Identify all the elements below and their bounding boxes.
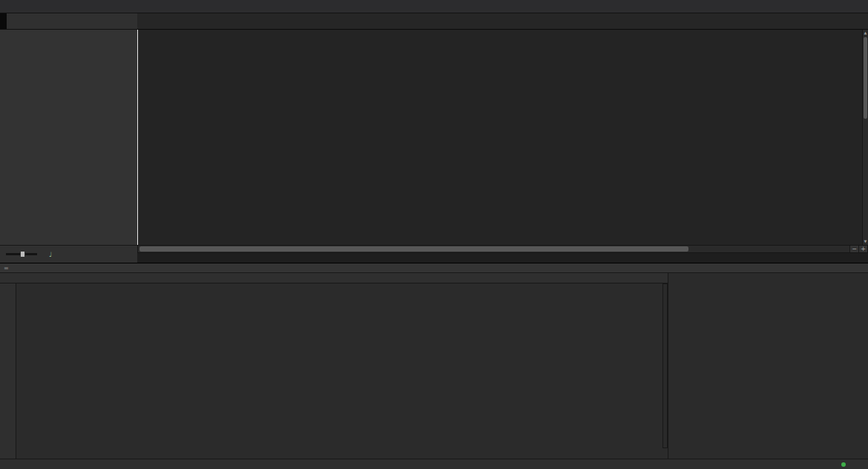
mixer-scrollbar[interactable] xyxy=(662,283,668,448)
mixer-side-toolbar xyxy=(0,283,16,459)
tempo-panel: ♩ xyxy=(0,245,137,263)
timecode-display[interactable] xyxy=(0,13,7,29)
track-header-list xyxy=(0,30,137,245)
main-toolbar xyxy=(0,0,868,13)
vscroll-down-arrow[interactable]: ▼ xyxy=(863,238,868,245)
zoom-in-button[interactable]: + xyxy=(858,246,867,252)
status-bar xyxy=(0,459,868,469)
acid-daw-window: ▲ ▼ − + ♩ ≡ xyxy=(0,0,868,469)
mixing-console-panel: ≡ xyxy=(0,263,868,459)
timeline-hscrollbar[interactable]: − + xyxy=(137,245,868,253)
vscroll-up-arrow[interactable]: ▲ xyxy=(863,30,868,36)
loudness-panel xyxy=(668,273,868,459)
preview-volume-handle[interactable] xyxy=(20,251,25,258)
mixer-collapse-icon[interactable]: ≡ xyxy=(4,265,9,272)
timeline-ruler[interactable] xyxy=(137,13,868,30)
true-peaks-meters xyxy=(838,275,867,459)
timeline-vscrollbar[interactable]: ▲ ▼ xyxy=(862,30,868,245)
time-signature-icon: ♩ xyxy=(49,251,52,258)
vscroll-thumb[interactable] xyxy=(864,37,867,119)
time-display-panel xyxy=(0,13,137,30)
preview-volume-slider[interactable] xyxy=(6,253,37,255)
zoom-out-button[interactable]: − xyxy=(849,246,858,252)
hscroll-thumb[interactable] xyxy=(139,246,688,252)
status-led-icon xyxy=(841,462,846,467)
playhead[interactable] xyxy=(137,30,138,245)
timeline-lanes[interactable] xyxy=(137,30,862,245)
